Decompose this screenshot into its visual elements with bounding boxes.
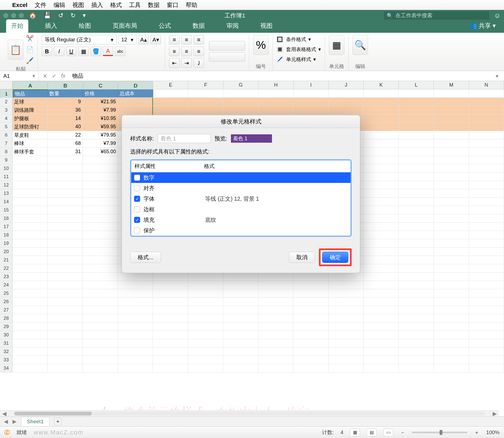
row-header[interactable]: 31 (0, 339, 12, 347)
cell[interactable] (364, 281, 399, 289)
table-format-button[interactable]: 🔳套用表格格式 ▾ (277, 45, 321, 54)
cell[interactable] (48, 306, 83, 314)
cell[interactable] (83, 348, 118, 356)
cell[interactable]: 31 (48, 148, 83, 156)
row-header[interactable]: 6 (0, 131, 12, 139)
cell[interactable] (364, 181, 399, 189)
cell[interactable] (223, 314, 258, 322)
cell[interactable] (434, 256, 469, 264)
cell[interactable] (258, 339, 293, 347)
col-header-J[interactable]: J (329, 81, 364, 89)
cell[interactable] (118, 298, 153, 306)
cell[interactable] (434, 106, 469, 114)
cell[interactable] (188, 281, 223, 289)
cell[interactable] (329, 98, 364, 106)
cell[interactable] (153, 98, 188, 106)
cell[interactable] (293, 323, 328, 331)
cell[interactable] (469, 139, 504, 147)
cell[interactable] (293, 98, 328, 106)
cell[interactable] (188, 323, 223, 331)
cells-button[interactable]: ▦ (329, 35, 344, 55)
cell[interactable] (329, 289, 364, 297)
row-header[interactable]: 28 (0, 314, 12, 322)
cell[interactable] (469, 348, 504, 356)
cell[interactable] (153, 348, 188, 356)
cell[interactable] (399, 298, 434, 306)
cell[interactable] (329, 331, 364, 339)
cell[interactable] (83, 273, 118, 281)
cell[interactable] (434, 348, 469, 356)
ok-button[interactable]: 确定 (322, 252, 348, 263)
cell[interactable] (434, 156, 469, 164)
cell[interactable]: ¥7.99 (83, 139, 118, 147)
cell[interactable] (329, 356, 364, 364)
cell[interactable] (223, 348, 258, 356)
cell[interactable] (153, 89, 188, 97)
cell[interactable] (329, 348, 364, 356)
cell[interactable] (469, 331, 504, 339)
cell[interactable] (118, 348, 153, 356)
row-header[interactable]: 14 (0, 198, 12, 206)
cell[interactable]: ¥59.95 (83, 123, 118, 131)
cell[interactable] (118, 314, 153, 322)
col-header-E[interactable]: E (153, 81, 188, 89)
cell[interactable] (399, 189, 434, 197)
cell[interactable] (469, 306, 504, 314)
cell[interactable] (329, 364, 364, 372)
row-header[interactable]: 32 (0, 348, 12, 356)
cell[interactable] (83, 181, 118, 189)
cell[interactable] (118, 281, 153, 289)
cell[interactable] (434, 189, 469, 197)
font-grow-button[interactable]: A▴ (138, 35, 149, 44)
cell[interactable] (48, 231, 83, 239)
tab-review[interactable]: 审阅 (221, 19, 244, 33)
cell[interactable] (329, 306, 364, 314)
cell[interactable] (364, 123, 399, 131)
cell[interactable] (364, 231, 399, 239)
attr-row[interactable]: ✓填充底纹 (131, 215, 351, 225)
indent-increase-button[interactable]: ⇥ (181, 58, 192, 68)
cell[interactable] (434, 198, 469, 206)
cell[interactable] (434, 364, 469, 372)
cell[interactable]: 足球防滑钉 (12, 123, 47, 131)
cell[interactable] (153, 306, 188, 314)
row-header[interactable]: 17 (0, 223, 12, 231)
cell[interactable] (434, 248, 469, 256)
cell[interactable] (364, 139, 399, 147)
cell[interactable] (293, 331, 328, 339)
cell[interactable]: ¥79.95 (83, 131, 118, 139)
cell[interactable]: 68 (48, 139, 83, 147)
cell[interactable] (364, 98, 399, 106)
formula-input[interactable]: 物品 (69, 72, 496, 80)
attr-checkbox[interactable] (134, 206, 140, 212)
cell[interactable] (188, 348, 223, 356)
cell[interactable] (153, 289, 188, 297)
cell[interactable] (469, 239, 504, 247)
menu-help[interactable]: 帮助 (186, 1, 197, 9)
cell[interactable] (118, 356, 153, 364)
cell[interactable] (329, 339, 364, 347)
cell[interactable] (188, 89, 223, 97)
cell[interactable]: ¥7.99 (83, 106, 118, 114)
cell[interactable] (293, 273, 328, 281)
phonetic-button[interactable]: abc (115, 47, 125, 56)
cell[interactable] (399, 198, 434, 206)
attr-row[interactable]: 对齐 (131, 183, 351, 193)
cell[interactable] (364, 323, 399, 331)
row-header[interactable]: 15 (0, 206, 12, 214)
cell[interactable] (12, 273, 47, 281)
cell[interactable] (434, 173, 469, 181)
cell[interactable] (469, 198, 504, 206)
cell[interactable] (83, 189, 118, 197)
cell[interactable] (83, 256, 118, 264)
cell[interactable] (223, 364, 258, 372)
cell[interactable] (12, 173, 47, 181)
cell[interactable] (399, 289, 434, 297)
cell[interactable] (12, 256, 47, 264)
horizontal-scrollbar[interactable]: ◀ ▶ (0, 410, 499, 416)
row-header[interactable]: 18 (0, 231, 12, 239)
cell[interactable]: 物品 (13, 89, 48, 97)
format-painter-icon[interactable]: 🖌️ (26, 57, 34, 64)
row-header[interactable]: 1 (0, 89, 13, 99)
cell[interactable] (399, 264, 434, 272)
